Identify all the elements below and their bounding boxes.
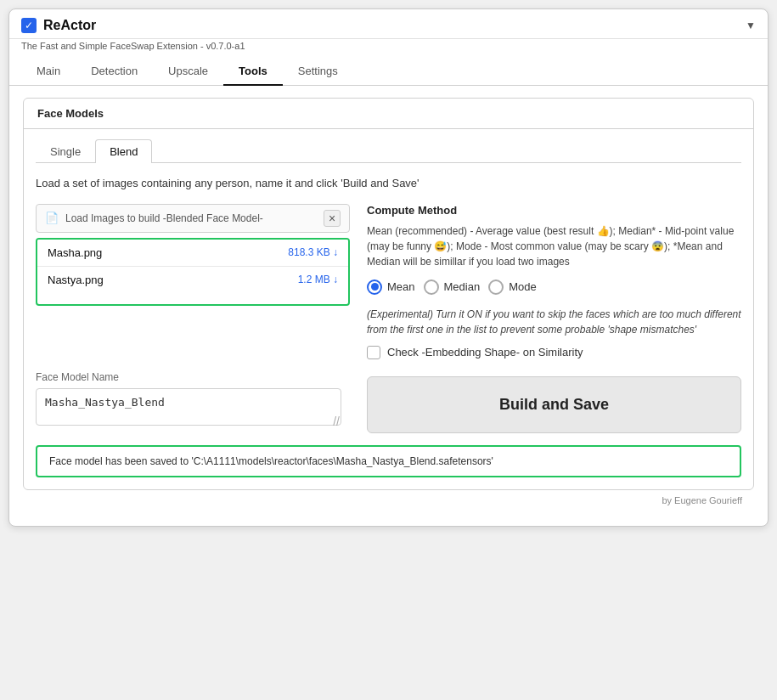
- subtab-single[interactable]: Single: [36, 139, 95, 163]
- right-col: Compute Method Mean (recommended) - Aver…: [367, 204, 741, 359]
- table-row: Nastya.png 1.2 MB ↓: [37, 267, 348, 293]
- radio-mean-circle[interactable]: [367, 279, 382, 295]
- bottom-right: Build and Save: [367, 371, 741, 433]
- footer-credit: by Eugene Gourieff: [23, 490, 754, 512]
- section-inner: Single Blend Load a set of images contai…: [24, 129, 753, 489]
- dropdown-arrow-icon[interactable]: ▼: [746, 20, 756, 31]
- bottom-two-col: Face Model Name // Build and Save: [36, 371, 741, 433]
- subtab-blend[interactable]: Blend: [95, 139, 152, 163]
- checkbox-similarity-label: Check -Embedding Shape- on Similarity: [387, 346, 583, 358]
- status-message: Face model has been saved to 'C:\A1111\m…: [36, 445, 741, 477]
- file-name-0: Masha.png: [48, 246, 102, 259]
- app-checkbox[interactable]: ✓: [21, 18, 37, 33]
- titlebar-left: ✓ ReActor: [21, 18, 96, 33]
- face-model-wrapper: //: [36, 388, 341, 429]
- subtabs: Single Blend: [36, 139, 741, 163]
- radio-mode-label: Mode: [509, 280, 537, 293]
- checkbox-similarity[interactable]: [367, 346, 380, 359]
- file-icon: 📄: [45, 212, 59, 224]
- file-list: Masha.png 818.3 KB ↓ Nastya.png 1.2 MB ↓: [36, 238, 350, 306]
- radio-mean-label: Mean: [387, 280, 415, 293]
- build-save-button[interactable]: Build and Save: [367, 376, 741, 433]
- tab-settings[interactable]: Settings: [283, 58, 353, 86]
- main-window: ✓ ReActor ▼ The Fast and Simple FaceSwap…: [8, 8, 769, 527]
- radio-median-circle[interactable]: [424, 279, 439, 295]
- compute-description: Mean (recommended) - Average value (best…: [367, 223, 741, 269]
- face-model-input[interactable]: [36, 388, 341, 426]
- radio-mean[interactable]: Mean: [367, 279, 415, 295]
- radio-median[interactable]: Median: [424, 279, 481, 295]
- tab-tools[interactable]: Tools: [223, 58, 283, 86]
- section-title: Face Models: [24, 99, 753, 129]
- titlebar: ✓ ReActor ▼: [9, 9, 768, 39]
- radio-median-label: Median: [444, 280, 481, 293]
- compute-title: Compute Method: [367, 204, 741, 217]
- radio-group: Mean Median Mode: [367, 279, 741, 295]
- app-subtitle: The Fast and Simple FaceSwap Extension -…: [9, 39, 768, 58]
- app-title: ReActor: [43, 18, 96, 33]
- face-models-section: Face Models Single Blend Load a set of i…: [23, 98, 754, 490]
- tab-main[interactable]: Main: [21, 58, 76, 86]
- checkbox-similarity-row: Check -Embedding Shape- on Similarity: [367, 346, 741, 359]
- content-area: Face Models Single Blend Load a set of i…: [9, 86, 768, 526]
- file-input-close-button[interactable]: ×: [324, 210, 341, 227]
- left-col: 📄 Load Images to build -Blended Face Mod…: [36, 204, 350, 306]
- face-model-label: Face Model Name: [36, 371, 350, 383]
- experimental-text: (Experimental) Turn it ON if you want to…: [367, 307, 741, 337]
- radio-mode[interactable]: Mode: [488, 279, 537, 295]
- file-size-0: 818.3 KB ↓: [288, 246, 338, 258]
- tab-upscale[interactable]: Upscale: [153, 58, 223, 86]
- radio-mode-circle[interactable]: [488, 279, 504, 295]
- tab-detection[interactable]: Detection: [76, 58, 153, 86]
- file-input-placeholder: Load Images to build -Blended Face Model…: [65, 212, 317, 224]
- blend-description: Load a set of images containing any pers…: [36, 175, 741, 192]
- tabs-bar: Main Detection Upscale Tools Settings: [9, 58, 768, 86]
- main-two-col: 📄 Load Images to build -Blended Face Mod…: [36, 204, 741, 359]
- table-row: Masha.png 818.3 KB ↓: [37, 240, 348, 267]
- file-name-1: Nastya.png: [48, 274, 104, 286]
- bottom-left: Face Model Name //: [36, 371, 350, 429]
- file-input-bar[interactable]: 📄 Load Images to build -Blended Face Mod…: [36, 204, 350, 233]
- file-size-1: 1.2 MB ↓: [298, 274, 338, 285]
